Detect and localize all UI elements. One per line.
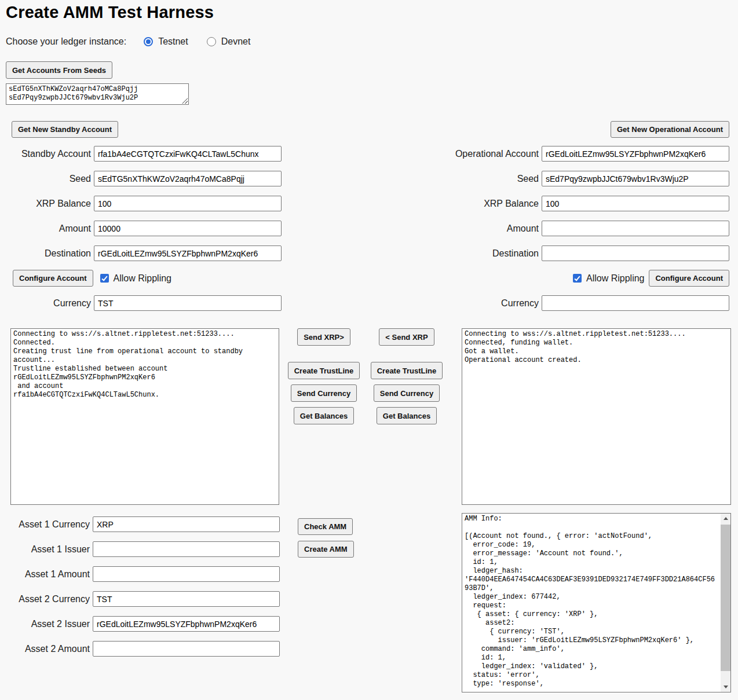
operational-configure-account-button[interactable]: Configure Account	[649, 270, 729, 287]
standby-account-form: Get New Standby Account Standby Account …	[6, 121, 282, 320]
operational-destination-label: Destination	[355, 248, 542, 259]
standby-amount-label: Amount	[6, 223, 94, 234]
asset2-amount-label: Asset 2 Amount	[5, 644, 93, 654]
standby-get-balances-button[interactable]: Get Balances	[294, 407, 354, 424]
operational-currency-label: Currency	[355, 298, 542, 309]
ledger-instance-row: Choose your ledger instance: Testnet Dev…	[6, 35, 269, 48]
operational-actions-column: < Send XRP Create TrustLine Send Currenc…	[370, 328, 443, 430]
standby-allow-rippling-checkbox[interactable]	[100, 274, 109, 283]
standby-destination-input[interactable]	[94, 245, 282, 261]
standby-xrp-balance-label: XRP Balance	[6, 199, 94, 209]
amm-test-harness-page: Create AMM Test Harness Choose your ledg…	[0, 0, 738, 700]
asset2-amount-input[interactable]	[93, 641, 280, 657]
devnet-radio-label: Devnet	[221, 36, 251, 47]
operational-get-balances-button[interactable]: Get Balances	[377, 407, 437, 424]
standby-allow-rippling-label: Allow Rippling	[114, 273, 172, 284]
create-amm-button[interactable]: Create AMM	[298, 541, 354, 558]
amm-info-scrollbar[interactable]	[721, 514, 730, 692]
standby-xrp-balance-input[interactable]	[94, 196, 282, 211]
standby-currency-input[interactable]	[94, 295, 282, 311]
operational-seed-input[interactable]	[542, 171, 729, 186]
operational-destination-input[interactable]	[542, 245, 729, 261]
get-accounts-from-seeds-button[interactable]: Get Accounts From Seeds	[6, 61, 112, 79]
operational-create-trustline-button[interactable]: Create TrustLine	[371, 362, 443, 379]
operational-account-label: Operational Account	[355, 149, 542, 159]
operational-xrp-balance-label: XRP Balance	[355, 199, 542, 209]
seeds-input[interactable]: sEdTG5nXThKWZoV2aqrh47oMCa8Pqjj sEd7Pqy9…	[6, 83, 189, 105]
operational-account-form: Get New Operational Account Operational …	[355, 121, 729, 320]
testnet-radio[interactable]	[144, 37, 153, 46]
operational-results-wrap: Connecting to wss://s.altnet.rippletest.…	[462, 328, 731, 505]
standby-seed-label: Seed	[6, 174, 94, 184]
standby-configure-account-button[interactable]: Configure Account	[13, 270, 93, 287]
page-title: Create AMM Test Harness	[6, 3, 214, 22]
operational-send-currency-button[interactable]: Send Currency	[374, 384, 440, 402]
standby-create-trustline-button[interactable]: Create TrustLine	[288, 362, 360, 379]
scrollbar-thumb[interactable]	[721, 525, 730, 671]
operational-currency-input[interactable]	[542, 295, 729, 311]
asset1-issuer-input[interactable]	[93, 541, 280, 557]
standby-amount-input[interactable]	[94, 221, 282, 236]
operational-allow-rippling-checkbox[interactable]	[573, 274, 582, 283]
devnet-radio-group: Devnet	[207, 36, 251, 47]
ledger-instance-label: Choose your ledger instance:	[6, 36, 126, 47]
scrollbar-down-icon	[724, 686, 728, 688]
asset1-amount-label: Asset 1 Amount	[5, 569, 93, 580]
asset1-amount-input[interactable]	[93, 566, 280, 582]
standby-actions-column: Send XRP> Create TrustLine Send Currency…	[287, 328, 360, 430]
scrollbar-up-button[interactable]	[721, 514, 730, 523]
scrollbar-up-icon	[724, 517, 728, 520]
get-new-standby-account-button[interactable]: Get New Standby Account	[12, 121, 118, 138]
asset1-currency-label: Asset 1 Currency	[5, 519, 93, 530]
asset2-issuer-input[interactable]	[93, 616, 280, 632]
amm-info-panel[interactable]: AMM Info: [(Account not found., { error:…	[462, 513, 731, 692]
send-xrp-to-standby-button[interactable]: < Send XRP	[379, 328, 434, 346]
standby-account-input[interactable]	[94, 146, 282, 162]
standby-currency-label: Currency	[6, 298, 94, 309]
operational-account-input[interactable]	[542, 146, 729, 162]
amm-asset-form: Asset 1 Currency Asset 1 Issuer Asset 1 …	[5, 516, 280, 666]
amm-info-text: AMM Info: [(Account not found., { error:…	[462, 514, 721, 692]
operational-allow-rippling-label: Allow Rippling	[586, 273, 645, 284]
testnet-radio-label: Testnet	[158, 36, 188, 47]
check-amm-button[interactable]: Check AMM	[298, 518, 353, 535]
send-xrp-to-operational-button[interactable]: Send XRP>	[297, 328, 350, 346]
seeds-textarea-wrap: sEdTG5nXThKWZoV2aqrh47oMCa8Pqjj sEd7Pqy9…	[6, 83, 189, 105]
standby-results-textarea[interactable]: Connecting to wss://s.altnet.rippletest.…	[10, 328, 279, 505]
asset1-issuer-label: Asset 1 Issuer	[5, 544, 93, 555]
devnet-radio[interactable]	[207, 37, 216, 46]
get-new-operational-account-button[interactable]: Get New Operational Account	[611, 121, 729, 138]
standby-destination-label: Destination	[6, 248, 94, 259]
standby-account-label: Standby Account	[6, 149, 94, 159]
scrollbar-down-button[interactable]	[721, 682, 730, 692]
asset2-currency-input[interactable]	[93, 591, 280, 607]
operational-results-textarea[interactable]: Connecting to wss://s.altnet.rippletest.…	[462, 328, 731, 505]
amm-actions-column: Check AMM Create AMM	[298, 518, 354, 563]
standby-seed-input[interactable]	[94, 171, 282, 186]
operational-xrp-balance-input[interactable]	[542, 196, 729, 211]
asset2-currency-label: Asset 2 Currency	[5, 594, 93, 604]
standby-send-currency-button[interactable]: Send Currency	[291, 384, 357, 402]
operational-amount-label: Amount	[355, 223, 542, 234]
operational-amount-input[interactable]	[542, 221, 729, 236]
asset2-issuer-label: Asset 2 Issuer	[5, 619, 93, 629]
testnet-radio-group: Testnet	[144, 36, 188, 47]
standby-results-wrap: Connecting to wss://s.altnet.rippletest.…	[10, 328, 279, 505]
operational-seed-label: Seed	[355, 174, 542, 184]
asset1-currency-input[interactable]	[93, 516, 280, 532]
